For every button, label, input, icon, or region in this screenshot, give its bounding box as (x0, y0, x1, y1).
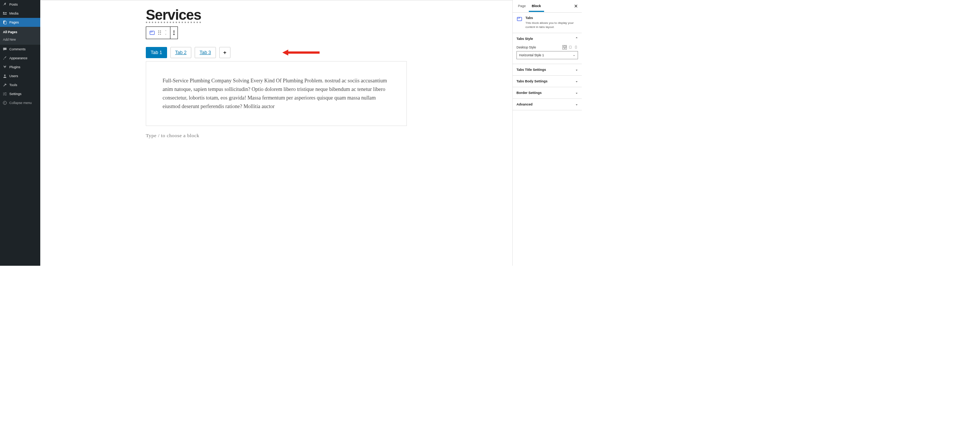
panel-section-title: Tabs Body Settings (517, 79, 547, 83)
tab-button-3[interactable]: Tab 3 (195, 47, 216, 58)
annotation-arrow (282, 49, 320, 56)
sidebar-item-appearance[interactable]: Appearance (0, 54, 40, 63)
chevron-down-icon: ⌄ (575, 79, 578, 83)
panel-section-toggle[interactable]: Border Settings ⌄ (513, 87, 582, 98)
close-icon: ✕ (574, 3, 578, 9)
responsive-toggles (562, 45, 578, 49)
sidebar-item-label: Collapse menu (10, 101, 32, 105)
sidebar-item-label: Settings (10, 92, 22, 96)
svg-rect-2 (3, 14, 7, 14)
select-value: Horizontal Style 1 (519, 53, 544, 57)
sidebar-item-label: Media (10, 11, 19, 15)
panel-section-toggle[interactable]: Tabs Style ⌃ (513, 33, 582, 44)
svg-point-0 (3, 12, 5, 13)
panel-section-border: Border Settings ⌄ (513, 87, 582, 99)
svg-point-12 (3, 102, 7, 105)
admin-sidebar: Posts Media Pages All Pages Add New Comm… (0, 0, 40, 266)
inspector-panel: Page Block ✕ Tabs This block allows you … (512, 0, 582, 266)
svg-point-11 (4, 95, 5, 95)
block-appender[interactable]: Type / to choose a block (146, 133, 407, 139)
panel-section-toggle[interactable]: Tabs Body Settings ⌄ (513, 76, 582, 87)
panel-section-title: Tabs Title Settings (517, 68, 546, 71)
sidebar-item-pages[interactable]: Pages (0, 18, 40, 27)
brush-icon (3, 56, 7, 60)
panel-section-tabs-title: Tabs Title Settings ⌄ (513, 64, 582, 76)
tabs-block-icon (517, 16, 522, 29)
sidebar-item-label: Comments (10, 47, 26, 51)
sidebar-item-posts[interactable]: Posts (0, 0, 40, 9)
panel-section-toggle[interactable]: Advanced ⌄ (513, 99, 582, 110)
add-tab-button[interactable]: + (219, 47, 231, 58)
panel-section-tabs-body: Tabs Body Settings ⌄ (513, 76, 582, 87)
sidebar-item-label: Users (10, 74, 18, 78)
wrench-icon (3, 83, 7, 87)
tabs-block-header: Tab 1 Tab 2 Tab 3 + (146, 47, 407, 58)
block-type-button[interactable]: ⠿ ⌃ ⌄ (146, 27, 170, 39)
sidebar-item-settings[interactable]: Settings (0, 89, 40, 98)
sidebar-item-users[interactable]: Users (0, 71, 40, 81)
drag-handle-icon[interactable]: ⠿ (158, 29, 162, 37)
tab-button-1[interactable]: Tab 1 (146, 47, 167, 58)
panel-section-title: Tabs Style (517, 37, 533, 41)
sidebar-item-collapse[interactable]: Collapse menu (0, 98, 40, 107)
svg-point-9 (4, 92, 5, 93)
sidebar-subitem-add-new[interactable]: Add New (0, 36, 40, 43)
pin-icon (3, 2, 7, 7)
chevron-up-icon: ⌃ (575, 37, 578, 40)
svg-rect-18 (575, 46, 576, 48)
chevron-down-icon: ⌄ (575, 103, 578, 106)
sidebar-item-label: Tools (10, 83, 17, 87)
sidebar-item-label: Posts (10, 3, 18, 6)
more-vertical-icon (173, 30, 175, 35)
block-options-button[interactable] (170, 27, 178, 39)
sidebar-subitem-all-pages[interactable]: All Pages (0, 28, 40, 36)
panel-section-advanced: Advanced ⌄ (513, 99, 582, 110)
svg-rect-6 (3, 93, 7, 93)
tab-content-body[interactable]: Full-Service Plumbing Company Solving Ev… (146, 61, 407, 126)
sidebar-item-comments[interactable]: Comments (0, 45, 40, 54)
svg-marker-14 (282, 49, 320, 56)
panel-section-tabs-style: Tabs Style ⌃ Desktop Style Horizontal St… (513, 33, 582, 64)
page-title[interactable]: Services (146, 7, 407, 23)
device-desktop-button[interactable] (562, 45, 567, 49)
chevron-down-icon: ⌄ (575, 68, 578, 71)
collapse-icon (3, 101, 7, 105)
block-card-description: This block allows you to display your co… (525, 21, 578, 29)
inspector-tab-page[interactable]: Page (515, 1, 529, 12)
svg-point-5 (4, 75, 6, 76)
panel-section-title: Border Settings (517, 91, 542, 95)
tab-button-2[interactable]: Tab 2 (170, 47, 192, 58)
device-mobile-button[interactable] (574, 45, 578, 49)
chevron-down-icon: ⌄ (573, 53, 575, 57)
svg-rect-1 (5, 12, 7, 13)
sliders-icon (3, 92, 7, 96)
svg-rect-4 (4, 21, 6, 24)
sidebar-item-tools[interactable]: Tools (0, 81, 40, 89)
svg-point-10 (5, 94, 6, 94)
block-card: Tabs This block allows you to display yo… (513, 13, 582, 33)
inspector-tab-block[interactable]: Block (529, 1, 544, 12)
desktop-style-select[interactable]: Horizontal Style 1 ⌄ (517, 51, 578, 59)
panel-section-title: Advanced (517, 103, 533, 106)
move-arrows[interactable]: ⌃ ⌄ (164, 30, 167, 35)
media-icon (3, 11, 7, 16)
svg-rect-7 (3, 94, 7, 94)
close-inspector-button[interactable]: ✕ (573, 2, 579, 10)
pages-icon (3, 20, 7, 25)
chevron-down-icon: ⌄ (575, 91, 578, 94)
sidebar-submenu-pages: All Pages Add New (0, 27, 40, 45)
sidebar-item-plugins[interactable]: Plugins (0, 63, 40, 71)
inspector-tabs: Page Block ✕ (513, 0, 582, 13)
device-tablet-button[interactable] (568, 45, 573, 49)
editor-canvas: Services ⠿ ⌃ ⌄ Tab 1 Tab 2 Tab 3 + (40, 0, 512, 266)
svg-rect-16 (563, 46, 566, 48)
sidebar-item-media[interactable]: Media (0, 9, 40, 18)
panel-section-toggle[interactable]: Tabs Title Settings ⌄ (513, 64, 582, 75)
user-icon (3, 74, 7, 78)
sidebar-item-label: Appearance (10, 56, 28, 60)
field-label: Desktop Style (517, 46, 536, 49)
comment-icon (3, 47, 7, 51)
chevron-down-icon[interactable]: ⌄ (164, 33, 167, 35)
svg-rect-17 (569, 46, 571, 48)
plug-icon (3, 65, 7, 69)
